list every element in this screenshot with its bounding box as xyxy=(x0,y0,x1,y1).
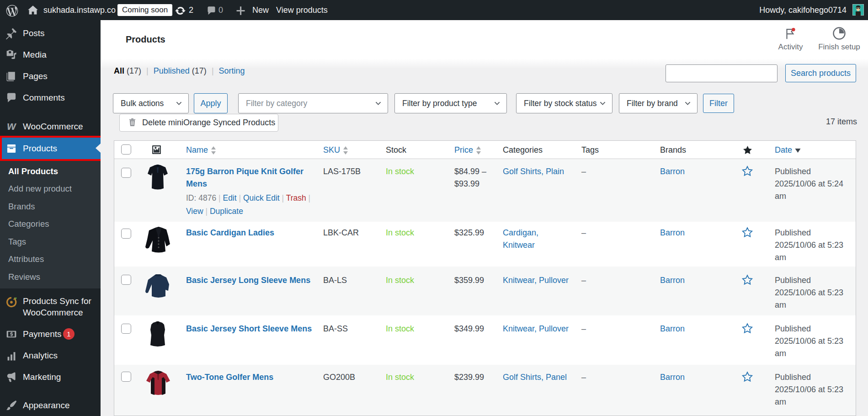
svg-text:w: w xyxy=(7,121,16,132)
